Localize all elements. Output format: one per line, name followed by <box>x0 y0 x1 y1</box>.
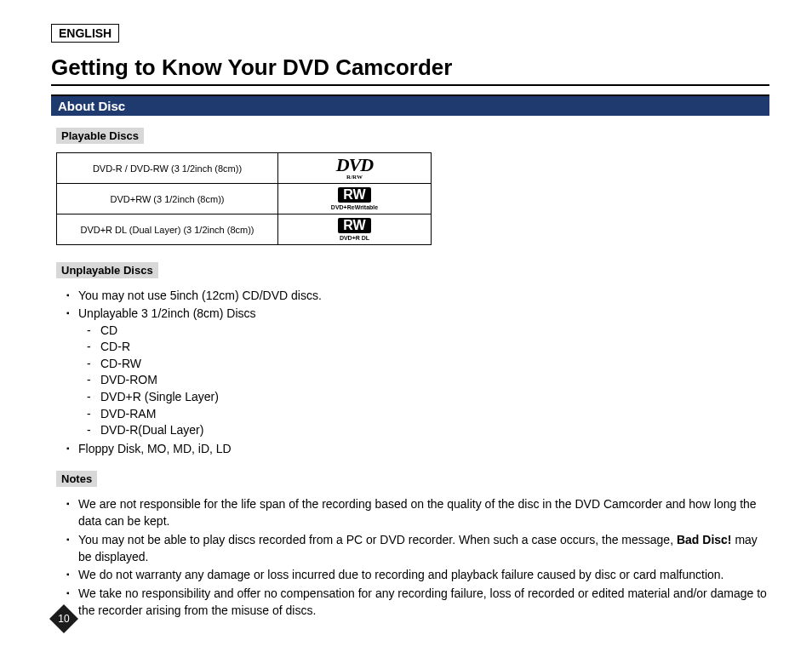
list-item: We do not warranty any damage or loss in… <box>66 566 769 583</box>
section-bar-about-disc: About Disc <box>51 94 769 116</box>
page-number: 10 <box>58 613 69 625</box>
list-item: CD-RW <box>87 356 769 373</box>
list-item: We take no responsibility and offer no c… <box>66 585 769 620</box>
rw-logo-icon: RW <box>338 218 370 233</box>
rw-logo-icon: RW <box>338 187 370 203</box>
list-item: Floppy Disk, MO, MD, iD, LD <box>66 440 769 457</box>
dvd-logo-icon: DVD R/RW <box>283 157 426 180</box>
disc-logo-cell: RW DVD+R DL <box>278 214 432 245</box>
list-item: CD <box>87 323 769 340</box>
playable-discs-table: DVD-R / DVD-RW (3 1/2inch (8cm)) DVD R/R… <box>56 152 432 245</box>
list-item: We are not responsible for the life span… <box>66 495 769 530</box>
unplayable-discs-heading: Unplayable Discs <box>56 262 158 278</box>
page-number-badge: 10 <box>49 604 78 633</box>
disc-logo-cell: DVD R/RW <box>278 153 432 184</box>
table-row: DVD+RW (3 1/2inch (8cm)) RW DVD+ReWritab… <box>57 184 432 214</box>
notes-list: We are not responsible for the life span… <box>66 495 769 619</box>
table-row: DVD+R DL (Dual Layer) (3 1/2inch (8cm)) … <box>57 214 432 245</box>
bad-disc-bold: Bad Disc! <box>677 533 732 546</box>
disc-desc: DVD-R / DVD-RW (3 1/2inch (8cm)) <box>57 153 278 184</box>
disc-desc: DVD+RW (3 1/2inch (8cm)) <box>57 184 278 214</box>
list-item: DVD-R(Dual Layer) <box>87 422 769 439</box>
rw-logo-label: DVD+ReWritable <box>283 204 426 210</box>
playable-discs-heading: Playable Discs <box>56 128 144 144</box>
list-item: CD-R <box>87 339 769 356</box>
language-label: ENGLISH <box>51 24 119 43</box>
unplayable-list: You may not use 5inch (12cm) CD/DVD disc… <box>66 287 769 457</box>
disc-logo-cell: RW DVD+ReWritable <box>278 184 432 214</box>
list-item: DVD-ROM <box>87 372 769 389</box>
list-item: You may not use 5inch (12cm) CD/DVD disc… <box>66 287 769 304</box>
unplayable-sublist: CD CD-R CD-RW DVD-ROM DVD+R (Single Laye… <box>87 323 769 439</box>
list-item: Unplayable 3 1/2inch (8cm) Discs CD CD-R… <box>66 305 769 438</box>
list-item: DVD+R (Single Layer) <box>87 389 769 406</box>
rw-logo-label: DVD+R DL <box>283 235 426 241</box>
page-title: Getting to Know Your DVD Camcorder <box>51 54 769 86</box>
notes-heading: Notes <box>56 471 97 487</box>
disc-desc: DVD+R DL (Dual Layer) (3 1/2inch (8cm)) <box>57 214 278 245</box>
list-item: You may not be able to play discs record… <box>66 531 769 566</box>
table-row: DVD-R / DVD-RW (3 1/2inch (8cm)) DVD R/R… <box>57 153 432 184</box>
list-item: DVD-RAM <box>87 406 769 423</box>
